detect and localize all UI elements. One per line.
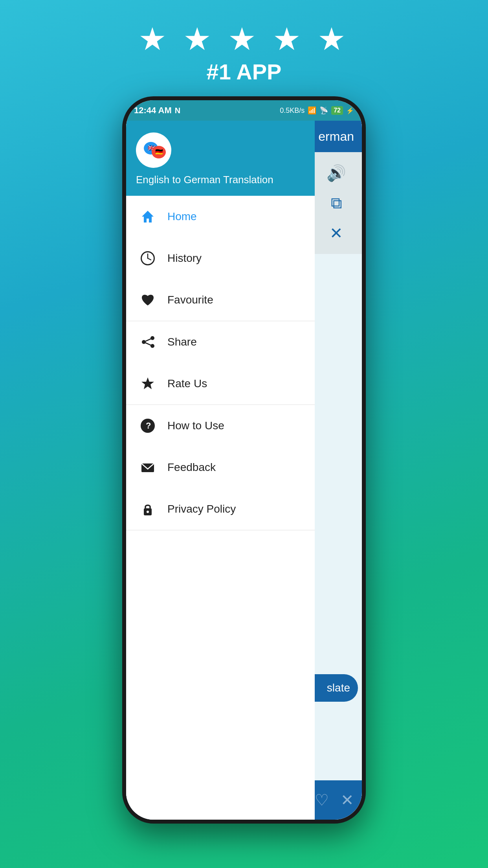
- svg-text:?: ?: [146, 421, 151, 430]
- drawer-section-main: Home History: [126, 196, 315, 321]
- help-icon: ?: [138, 416, 158, 436]
- svg-line-13: [144, 342, 152, 346]
- status-right: 0.5KB/s 📶 📡 72 ⚡: [280, 106, 354, 115]
- drawer-item-favourite[interactable]: Favourite: [126, 279, 315, 321]
- rate-us-label: Rate Us: [167, 377, 207, 390]
- app-bg-controls: 🔊 ⧉ ✕: [311, 152, 362, 254]
- clear-icon: ✕: [330, 224, 343, 242]
- privacy-policy-label: Privacy Policy: [167, 503, 236, 515]
- battery-indicator: 72: [331, 106, 343, 115]
- drawer-header: 🇬🇧 🇩🇪 English to German Translation: [126, 121, 315, 196]
- drawer-item-rate-us[interactable]: Rate Us: [126, 363, 315, 405]
- svg-text:🇩🇪: 🇩🇪: [155, 148, 163, 156]
- svg-line-12: [144, 338, 152, 342]
- heart-icon: [138, 290, 158, 310]
- favourite-label: Favourite: [167, 294, 213, 306]
- svg-marker-4: [142, 211, 154, 223]
- home-icon: [138, 207, 158, 226]
- share-icon: [138, 332, 158, 352]
- feedback-label: Feedback: [167, 461, 216, 474]
- drawer-item-how-to-use[interactable]: ? How to Use: [126, 405, 315, 447]
- copy-icon: ⧉: [331, 194, 342, 212]
- email-icon: [138, 458, 158, 477]
- status-time: 12:44 AM: [134, 105, 172, 116]
- drawer-section-social: Share Rate Us: [126, 321, 315, 405]
- app-header-text: erman: [318, 129, 354, 144]
- logo-icon: 🇬🇧 🇩🇪: [140, 136, 167, 164]
- star-rating: ★ ★ ★ ★ ★: [138, 24, 350, 55]
- drawer-item-history[interactable]: History: [126, 237, 315, 279]
- drawer-item-home[interactable]: Home: [126, 196, 315, 237]
- history-label: History: [167, 252, 202, 265]
- speaker-icon: 🔊: [327, 164, 346, 182]
- svg-point-19: [147, 511, 149, 513]
- share-label: Share: [167, 336, 197, 348]
- top-promo: ★ ★ ★ ★ ★ #1 APP: [138, 24, 350, 85]
- drawer-items-list: Home History: [126, 196, 315, 820]
- drawer-app-name: English to German Translation: [136, 174, 273, 186]
- bottom-close-icon: ✕: [341, 791, 354, 809]
- drawer-item-share[interactable]: Share: [126, 321, 315, 363]
- data-speed: 0.5KB/s: [280, 107, 305, 115]
- svg-marker-14: [141, 377, 154, 389]
- drawer-section-info: ? How to Use: [126, 405, 315, 530]
- signal-icon: 📶: [308, 106, 316, 115]
- nav-drawer: 🇬🇧 🇩🇪 English to German Translation: [126, 121, 315, 820]
- app-rank-label: #1 APP: [207, 59, 282, 85]
- bottom-heart-icon: ♡: [315, 791, 329, 809]
- app-logo: 🇬🇧 🇩🇪: [136, 132, 171, 168]
- star-icon: [138, 374, 158, 394]
- wifi-icon: 📡: [319, 106, 328, 115]
- charging-icon: ⚡: [346, 107, 354, 114]
- phone-screen: 12:44 AM N 0.5KB/s 📶 📡 72 ⚡ erman: [126, 100, 362, 820]
- drawer-item-privacy-policy[interactable]: Privacy Policy: [126, 488, 315, 530]
- how-to-use-label: How to Use: [167, 419, 224, 432]
- screen-content: erman 🔊 ⧉ ✕ slate ♡ ✕: [126, 121, 362, 820]
- drawer-item-feedback[interactable]: Feedback: [126, 447, 315, 488]
- clock-icon: [138, 248, 158, 268]
- phone-frame: 12:44 AM N 0.5KB/s 📶 📡 72 ⚡ erman: [122, 96, 366, 824]
- lock-icon: [138, 499, 158, 519]
- status-bar: 12:44 AM N 0.5KB/s 📶 📡 72 ⚡: [126, 100, 362, 121]
- home-label: Home: [167, 210, 197, 223]
- network-icon: N: [175, 106, 180, 115]
- translate-btn-text: slate: [327, 682, 350, 694]
